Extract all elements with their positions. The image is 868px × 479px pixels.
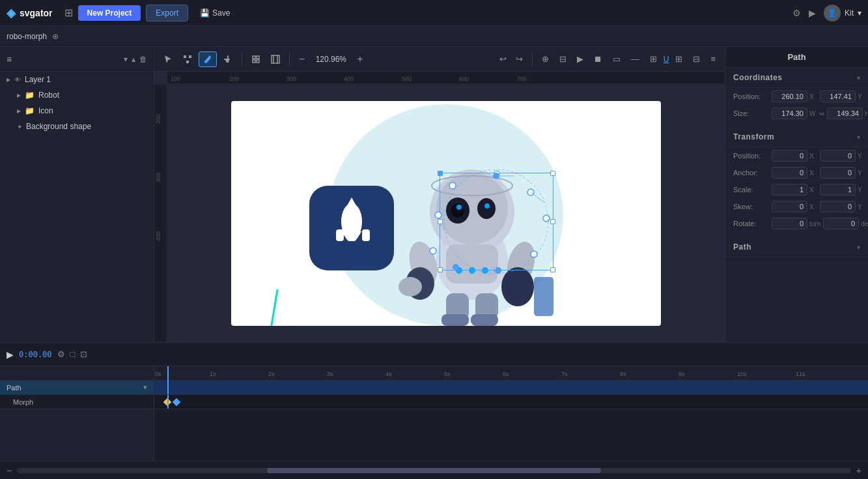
zoom-fit-button[interactable] xyxy=(247,52,264,66)
morph-track-label: Morph xyxy=(13,398,33,406)
expand-icon[interactable]: ▾ xyxy=(124,55,128,64)
anchor-x[interactable]: 0 xyxy=(772,167,807,179)
left-panel: ≡ ▾ ▴ 🗑 ▸ 👁 Layer 1 ▸ 📁 Robot ▸ 📁 Icon xyxy=(0,47,154,342)
save-button[interactable]: 💾 Save xyxy=(193,5,236,21)
keyframe-diamond-2[interactable] xyxy=(173,398,181,406)
scale-x[interactable]: 1 xyxy=(772,184,807,196)
svg-text:100: 100 xyxy=(171,76,180,82)
size-h-value[interactable]: 149.34 xyxy=(827,108,863,119)
rotate-deg[interactable]: 0 xyxy=(823,218,859,229)
stop-icon-button[interactable]: ⏹ xyxy=(590,51,606,66)
rect-icon-button[interactable]: ▭ xyxy=(609,51,624,66)
ruler-vertical: 200 300 400 xyxy=(154,85,167,342)
anchor-group: 0 X 0 Y xyxy=(772,167,865,179)
svg-text:9s: 9s xyxy=(679,371,685,377)
new-project-button[interactable]: New Project xyxy=(78,5,141,21)
tl-label-morph[interactable]: Morph xyxy=(0,395,154,409)
svg-point-31 xyxy=(477,198,496,219)
tl-cam-icon[interactable]: ⊡ xyxy=(80,349,87,359)
rotate-val-item: 0 turn xyxy=(772,218,820,229)
size-h-unit: H xyxy=(865,110,868,117)
snap-button[interactable]: ⊟ xyxy=(689,51,704,66)
link-icon[interactable]: ⇔ xyxy=(819,110,824,117)
globe-icon-button[interactable]: ⊕ xyxy=(538,51,553,66)
zoom-plus-button[interactable]: + xyxy=(353,52,367,66)
hand-tool-button[interactable] xyxy=(219,52,236,66)
grid-icon[interactable]: ⊞ xyxy=(64,7,73,19)
svg-text:200: 200 xyxy=(229,76,239,82)
svg-rect-4 xyxy=(272,55,279,63)
timeline-labels: Path ▾ Morph xyxy=(0,366,154,461)
position-x-value[interactable]: 260.10 xyxy=(772,91,807,102)
minus-rect-button[interactable]: — xyxy=(627,51,643,66)
zoom-minus-button[interactable]: − xyxy=(295,52,309,66)
layer-item-bg-shape[interactable]: ✦ Background shape xyxy=(10,119,154,134)
path-track[interactable] xyxy=(154,381,868,395)
tl-zoom-minus[interactable]: − xyxy=(7,465,12,476)
play-preview-icon[interactable]: ▶ xyxy=(809,8,816,18)
svg-rect-1 xyxy=(257,56,259,59)
icon-name: Icon xyxy=(38,106,53,115)
play-button[interactable]: ▶ xyxy=(7,349,14,360)
timeline-scrollbar-thumb[interactable] xyxy=(267,468,600,473)
layer-item-layer1[interactable]: ▸ 👁 Layer 1 xyxy=(0,72,154,87)
rotate-val[interactable]: 0 xyxy=(772,218,807,229)
undo-redo: ↩ ↪ xyxy=(496,51,527,66)
rotate-group: 0 turn 0 deg ↺ xyxy=(772,218,868,229)
play-icon-button[interactable]: ▶ xyxy=(573,51,587,66)
avatar-icon: 👤 xyxy=(827,8,837,18)
export-button[interactable]: Export xyxy=(146,5,188,22)
zoom-value: 120.96% xyxy=(311,55,350,64)
transform-pos-x[interactable]: 0 xyxy=(772,150,807,162)
extra-button[interactable]: ≡ xyxy=(707,51,720,66)
morph-track[interactable] xyxy=(154,395,868,409)
user-area[interactable]: 👤 Kit ▾ xyxy=(824,5,861,22)
actual-size-button[interactable] xyxy=(267,52,284,66)
position-y-value[interactable]: 147.41 xyxy=(820,91,856,102)
delete-layer-icon[interactable]: 🗑 xyxy=(139,55,147,64)
skew-y[interactable]: 0 xyxy=(820,201,856,212)
bg-shape-name: Background shape xyxy=(26,122,91,131)
tl-ruler-label xyxy=(0,366,154,381)
tl-zoom-plus[interactable]: + xyxy=(856,465,861,476)
anchor-y[interactable]: 0 xyxy=(820,167,856,179)
grid-snap-button[interactable]: ⊞ xyxy=(671,51,686,66)
path-expand-icon[interactable]: ▾ xyxy=(143,383,147,392)
undo-button[interactable]: ↩ xyxy=(496,51,511,66)
settings-icon-tl[interactable]: ⚙ xyxy=(57,349,65,359)
position-x-unit: X xyxy=(809,93,817,100)
scale-y[interactable]: 1 xyxy=(820,184,856,196)
transform-section-header[interactable]: Transform ▾ xyxy=(725,127,868,147)
node-edit-tool-button[interactable] xyxy=(179,52,196,66)
project-name: robo-morph xyxy=(7,32,47,41)
coordinates-section-header[interactable]: Coordinates ▾ xyxy=(725,68,868,88)
anchor-row: Anchor: 0 X 0 Y xyxy=(725,164,868,181)
redo-button[interactable]: ↪ xyxy=(512,51,527,66)
svg-rect-49 xyxy=(534,277,553,316)
align2-button[interactable]: ⊞ xyxy=(646,51,661,66)
select-tool-button[interactable] xyxy=(160,52,176,66)
underline-btn[interactable]: U xyxy=(664,55,669,64)
rotate-row: Rotate: 0 turn 0 deg ↺ xyxy=(725,215,868,232)
tl-vis-icon[interactable]: □ xyxy=(70,349,76,359)
canvas-content xyxy=(167,85,725,342)
skew-x[interactable]: 0 xyxy=(772,201,807,212)
layer-item-robot[interactable]: ▸ 📁 Robot xyxy=(10,87,154,103)
add-project-icon[interactable]: ⊕ xyxy=(52,32,59,41)
transform-pos-y[interactable]: 0 xyxy=(820,150,856,162)
pen-tool-button[interactable] xyxy=(199,51,217,67)
transform-pos-x-unit: X xyxy=(809,152,817,160)
timeline-scrollbar-track[interactable] xyxy=(17,468,851,473)
svg-point-37 xyxy=(456,267,462,274)
canvas-viewport[interactable]: 100 200 300 400 500 600 700 200 300 xyxy=(154,72,725,342)
collapse-up-icon[interactable]: ▴ xyxy=(132,55,135,64)
layers-tab-icon[interactable]: ≡ xyxy=(7,54,12,65)
toolbar: − 120.96% + ↩ ↪ ⊕ ⊟ ▶ ⏹ ▭ — ⊞ U ⊞ ⊟ xyxy=(154,47,725,72)
size-w-value[interactable]: 174.30 xyxy=(772,108,807,119)
settings-icon[interactable]: ⚙ xyxy=(792,8,801,18)
align-icon-button[interactable]: ⊟ xyxy=(555,51,570,66)
svg-text:600: 600 xyxy=(459,76,469,82)
tl-label-path[interactable]: Path ▾ xyxy=(0,381,154,395)
layer-item-icon[interactable]: ▸ 📁 Icon xyxy=(10,103,154,119)
path-section-header[interactable]: Path ▾ xyxy=(725,237,868,257)
